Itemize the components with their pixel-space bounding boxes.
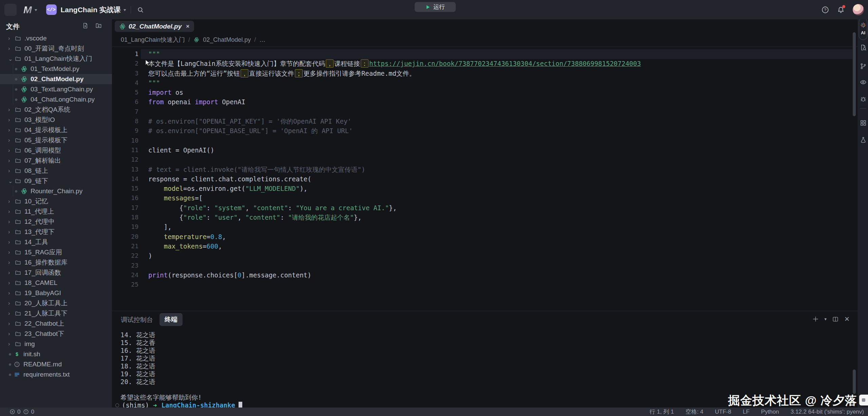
tree-item-17_回调函数[interactable]: ›17_回调函数: [0, 268, 112, 278]
breadcrumb[interactable]: 01_LangChain快速入门/02_ChatModel.py/…: [121, 36, 265, 44]
notifications-button[interactable]: [837, 6, 845, 14]
status-item[interactable]: Python: [761, 409, 779, 415]
editor-area[interactable]: 02_ChatModel.py × 01_LangChain快速入门/02_Ch…: [112, 19, 858, 311]
code-line-10[interactable]: 10: [112, 136, 858, 145]
file-search-icon[interactable]: [860, 44, 867, 51]
status-item[interactable]: 行 1, 列 1: [649, 408, 674, 416]
code-line-1[interactable]: 1""": [112, 49, 858, 59]
tree-item-18_CAMEL[interactable]: ›18_CAMEL: [0, 278, 112, 288]
close-icon[interactable]: ✕: [844, 315, 850, 323]
status-item[interactable]: LF: [743, 409, 750, 415]
flask-icon[interactable]: [860, 137, 867, 143]
tree-item-img[interactable]: ›img: [0, 339, 112, 349]
tree-item-20_人脉工具上[interactable]: ›20_人脉工具上: [0, 298, 112, 308]
new-folder-icon[interactable]: [95, 22, 102, 29]
problems-circle-x[interactable]: 0: [10, 409, 20, 415]
editor-scrollbar[interactable]: [853, 32, 856, 116]
tree-item-16_操作数据库[interactable]: ›16_操作数据库: [0, 257, 112, 268]
run-button[interactable]: 运行: [415, 2, 456, 12]
tree-item-03_TextLangChain.py[interactable]: 03_TextLangChain.py: [0, 84, 112, 94]
tree-item-11_代理上[interactable]: ›11_代理上: [0, 206, 112, 217]
code-line-2[interactable]: 2本文件是【LangChain系统安装和快速入门】章节的配套代码，课程链接：ht…: [112, 59, 858, 68]
eye-icon[interactable]: [860, 79, 867, 86]
tree-item-06_调用模型[interactable]: ›06_调用模型: [0, 145, 112, 156]
code-line-4[interactable]: 4""": [112, 78, 858, 88]
chevron-down-icon[interactable]: ▾: [35, 7, 37, 12]
avatar[interactable]: [853, 4, 864, 15]
ai-assistant-button[interactable]: AI: [859, 18, 867, 40]
code-line-8[interactable]: 8# os.environ["OPENAI_API_KEY"] = '你的Ope…: [112, 116, 858, 126]
grid-icon[interactable]: [860, 120, 867, 126]
tree-item-07_解析输出[interactable]: ›07_解析输出: [0, 156, 112, 166]
tree-item-05_提示模板下[interactable]: ›05_提示模板下: [0, 135, 112, 145]
search-icon[interactable]: [137, 6, 144, 13]
code-line-20[interactable]: 20 temperature=0.8,: [112, 232, 858, 241]
breadcrumb-folder[interactable]: 01_LangChain快速入门: [121, 36, 185, 44]
project-title[interactable]: LangChain 实战课: [61, 5, 121, 15]
problems-circle-exclaim[interactable]: 0: [23, 409, 34, 415]
bug-icon[interactable]: [860, 96, 867, 103]
tree-item-02_ChatModel.py[interactable]: 02_ChatModel.py: [0, 74, 112, 84]
tab-debug-console[interactable]: 调试控制台: [121, 315, 153, 324]
terminal-scrollbar[interactable]: [853, 369, 856, 394]
close-icon[interactable]: ×: [186, 23, 189, 30]
code-line-19[interactable]: 19 ],: [112, 222, 858, 232]
code-line-5[interactable]: 5import os: [112, 88, 858, 97]
code-line-7[interactable]: 7: [112, 107, 858, 116]
tree-item-09_链下[interactable]: ⌄09_链下: [0, 176, 112, 186]
code-line-13[interactable]: 13# text = client.invoke("请给我写一句情人节红玫瑰的中…: [112, 165, 858, 174]
tree-item-01_TextModel.py[interactable]: 01_TextModel.py: [0, 64, 112, 74]
code-line-12[interactable]: 12: [112, 155, 858, 164]
tree-item-12_代理中[interactable]: ›12_代理中: [0, 217, 112, 227]
tree-item-04_提示模板上[interactable]: ›04_提示模板上: [0, 125, 112, 135]
sidebar-toggle-button[interactable]: [4, 4, 17, 16]
app-logo[interactable]: M: [23, 4, 32, 16]
tree-item-08_链上[interactable]: ›08_链上: [0, 166, 112, 176]
new-file-icon[interactable]: [82, 22, 89, 29]
tree-item-14_工具[interactable]: ›14_工具: [0, 237, 112, 247]
tree-item-23_Chatbot下[interactable]: ›23_Chatbot下: [0, 329, 112, 339]
tree-item-21_人脉工具下[interactable]: ›21_人脉工具下: [0, 308, 112, 319]
tree-item-19_BabyAGI[interactable]: ›19_BabyAGI: [0, 288, 112, 298]
tree-item-13_代理下[interactable]: ›13_代理下: [0, 227, 112, 237]
tree-item-01_LangChain快速入门[interactable]: ⌄01_LangChain快速入门: [0, 54, 112, 64]
tree-item-15_RAG应用[interactable]: ›15_RAG应用: [0, 247, 112, 257]
tree-item-init.sh[interactable]: $init.sh: [0, 349, 112, 359]
code-line-25[interactable]: 25: [112, 280, 858, 289]
code-line-24[interactable]: 24print(response.choices[0].message.cont…: [112, 270, 858, 280]
code-line-21[interactable]: 21 max_tokens=600,: [112, 241, 858, 251]
code-line-14[interactable]: 14response = client.chat.completions.cre…: [112, 174, 858, 184]
tree-item-02_文档QA系统[interactable]: ›02_文档QA系统: [0, 105, 112, 115]
code-line-15[interactable]: 15 model=os.environ.get("LLM_MODELEND"),: [112, 184, 858, 193]
code-line-16[interactable]: 16 messages=[: [112, 193, 858, 203]
chevron-down-icon[interactable]: ▾: [124, 7, 126, 12]
tree-item-.vscode[interactable]: ›.vscode: [0, 33, 112, 43]
code-line-3[interactable]: 3您可以点击最上方的“运行”按钮，直接运行该文件；更多操作指引请参考Readme…: [112, 69, 858, 78]
editor-tab[interactable]: 02_ChatModel.py ×: [115, 21, 194, 32]
tree-item-requirements.txt[interactable]: requirements.txt: [0, 369, 112, 380]
plus-icon[interactable]: [812, 316, 819, 322]
status-item[interactable]: 3.12.2 64-bit ('shims': pyenv): [791, 409, 864, 415]
breadcrumb-file[interactable]: 02_ChatModel.py: [203, 36, 251, 43]
tree-item-00_开篇词_奇点时刻[interactable]: ›00_开篇词_奇点时刻: [0, 43, 112, 54]
code-view[interactable]: 1"""2本文件是【LangChain系统安装和快速入门】章节的配套代码，课程链…: [112, 49, 858, 289]
tree-item-03_模型IO[interactable]: ›03_模型IO: [0, 115, 112, 125]
code-line-17[interactable]: 17 {"role": "system", "content": "You ar…: [112, 203, 858, 213]
code-line-22[interactable]: 22): [112, 251, 858, 260]
chat-widget-icon[interactable]: [859, 395, 868, 405]
code-line-18[interactable]: 18 {"role": "user", "content": "请给我的花店起个…: [112, 213, 858, 222]
terminal-output[interactable]: 14. 花之语15. 花之香16. 花之语17. 花之语18. 花之语19. 花…: [120, 331, 242, 409]
tree-item-22_Chatbot上[interactable]: ›22_Chatbot上: [0, 319, 112, 329]
tree-item-04_ChatLongChain.py[interactable]: 04_ChatLongChain.py: [0, 94, 112, 105]
split-panel-icon[interactable]: [832, 316, 838, 322]
tree-item-10_记忆[interactable]: ›10_记忆: [0, 196, 112, 206]
tab-terminal[interactable]: 终端: [159, 313, 183, 326]
tree-item-README.md[interactable]: ?README.md: [0, 359, 112, 369]
code-line-6[interactable]: 6from openai import OpenAI: [112, 97, 858, 107]
code-line-11[interactable]: 11client = OpenAI(): [112, 145, 858, 155]
git-branch-icon[interactable]: [860, 63, 867, 70]
status-item[interactable]: 空格: 4: [685, 408, 703, 416]
help-icon[interactable]: ?: [822, 6, 829, 14]
status-item[interactable]: UTF-8: [715, 409, 731, 415]
code-line-9[interactable]: 9# os.environ["OPENAI_BASE_URL"] = 'Open…: [112, 126, 858, 135]
